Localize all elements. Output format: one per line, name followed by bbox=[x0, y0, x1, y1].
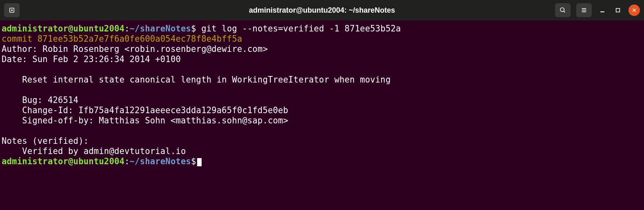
command-line-1: administrator@ubuntu2004:~/shareNotes$ g… bbox=[2, 24, 642, 34]
commit-line: commit 871ee53b52a7e7f6a0fe600a054ec78f8… bbox=[2, 34, 642, 44]
search-icon bbox=[560, 7, 566, 13]
prompt-dollar: $ bbox=[191, 24, 196, 34]
command-text bbox=[196, 24, 202, 34]
prompt-colon: : bbox=[124, 24, 130, 34]
close-icon bbox=[632, 8, 637, 13]
command-line-2: administrator@ubuntu2004:~/shareNotes$ bbox=[2, 156, 642, 167]
prompt-user: administrator@ubuntu2004 bbox=[2, 24, 124, 34]
signedoff-line: Signed-off-by: Matthias Sohn <matthias.s… bbox=[2, 116, 642, 126]
changeid-line: Change-Id: Ifb75a4fa12291aeeece3dda129a6… bbox=[2, 105, 642, 116]
minimize-icon bbox=[599, 7, 606, 13]
minimize-button[interactable] bbox=[597, 5, 607, 15]
prompt-path: ~/shareNotes bbox=[130, 156, 191, 166]
prompt-user: administrator@ubuntu2004 bbox=[2, 156, 124, 166]
svg-rect-9 bbox=[616, 9, 620, 12]
titlebar-right bbox=[555, 3, 640, 17]
commit-message: Reset internal state canonical length in… bbox=[2, 75, 642, 85]
titlebar: administrator@ubuntu2004: ~/shareNotes bbox=[0, 0, 644, 20]
maximize-button[interactable] bbox=[613, 5, 623, 15]
notes-body: Verified by admin@devtutorial.io bbox=[2, 146, 642, 156]
notes-header: Notes (verified): bbox=[2, 136, 642, 146]
blank-line bbox=[2, 65, 642, 75]
prompt-colon: : bbox=[124, 156, 130, 166]
author-line: Author: Robin Rosenberg <robin.rosenberg… bbox=[2, 44, 642, 54]
terminal-content[interactable]: administrator@ubuntu2004:~/shareNotes$ g… bbox=[0, 20, 644, 170]
svg-line-4 bbox=[564, 11, 565, 12]
blank-line bbox=[2, 85, 642, 95]
cursor bbox=[197, 158, 202, 166]
search-button[interactable] bbox=[555, 3, 571, 17]
maximize-icon bbox=[615, 7, 621, 13]
prompt-dollar: $ bbox=[191, 156, 196, 166]
new-tab-button[interactable] bbox=[4, 3, 20, 17]
window-title: administrator@ubuntu2004: ~/shareNotes bbox=[249, 6, 395, 15]
new-tab-icon bbox=[8, 7, 16, 14]
titlebar-left bbox=[4, 3, 20, 17]
date-line: Date: Sun Feb 2 23:26:34 2014 +0100 bbox=[2, 54, 642, 65]
svg-point-3 bbox=[560, 8, 564, 11]
command-text: git log --notes=verified -1 871ee53b52a bbox=[201, 24, 401, 34]
bug-line: Bug: 426514 bbox=[2, 95, 642, 105]
menu-button[interactable] bbox=[576, 3, 592, 17]
prompt-path: ~/shareNotes bbox=[130, 24, 191, 34]
hamburger-icon bbox=[581, 7, 587, 13]
blank-line bbox=[2, 126, 642, 136]
close-button[interactable] bbox=[628, 4, 640, 16]
